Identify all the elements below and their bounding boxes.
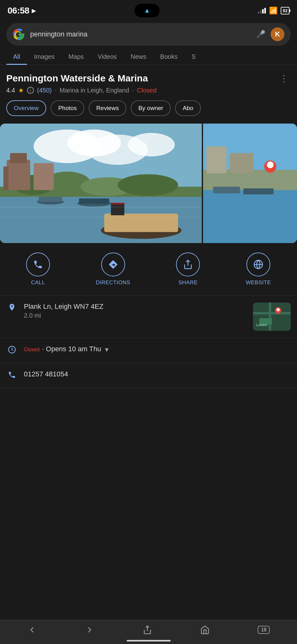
- user-avatar[interactable]: K: [271, 27, 284, 41]
- wifi-icon: 📶: [269, 7, 278, 15]
- location-icon: ▶: [32, 7, 36, 14]
- phone-icon: [6, 371, 18, 381]
- svg-rect-23: [111, 203, 124, 204]
- mic-icon[interactable]: 🎤: [256, 30, 266, 39]
- directions-icon-circle: [101, 253, 125, 276]
- tab-images[interactable]: Images: [27, 49, 62, 65]
- directions-label: DIRECTIONS: [96, 280, 130, 286]
- svg-rect-19: [79, 198, 109, 204]
- svg-point-5: [128, 133, 175, 157]
- status-bar: 06:58 ▶ ▲ 📶 92: [0, 0, 297, 20]
- photo-side[interactable]: [203, 124, 297, 243]
- share-icon: [183, 259, 193, 269]
- svg-rect-29: [206, 146, 226, 173]
- tab-videos[interactable]: Videos: [91, 49, 124, 65]
- share-nav-icon: [143, 625, 152, 635]
- call-icon: [33, 259, 43, 269]
- website-icon-circle: [246, 253, 270, 276]
- svg-rect-13: [10, 153, 27, 163]
- photo-main[interactable]: [0, 124, 202, 243]
- nav-arrow-icon: ▲: [144, 7, 150, 14]
- search-input[interactable]: pennington marina: [30, 30, 251, 38]
- svg-rect-12: [7, 160, 30, 190]
- google-logo: G: [13, 28, 25, 41]
- svg-point-35: [267, 161, 273, 168]
- svg-rect-27: [203, 187, 297, 243]
- tab-all[interactable]: All: [6, 49, 27, 65]
- photos-strip[interactable]: [0, 124, 297, 243]
- phone-number: 01257 481054: [24, 370, 291, 378]
- share-button[interactable]: SHARE: [176, 253, 200, 286]
- address-row[interactable]: Plank Ln, Leigh WN7 4EZ 2.0 mi Lowton: [0, 296, 297, 338]
- svg-rect-32: [243, 188, 273, 194]
- svg-rect-24: [0, 207, 202, 208]
- forward-button[interactable]: [85, 625, 94, 635]
- tab-photos[interactable]: Photos: [51, 100, 84, 116]
- back-icon: [27, 625, 37, 635]
- website-button[interactable]: WEBSITE: [246, 253, 271, 286]
- status-left: 06:58 ▶: [8, 6, 36, 16]
- search-bar[interactable]: G pennington marina 🎤 K: [6, 23, 291, 46]
- svg-text:G: G: [14, 29, 22, 40]
- share-nav-button[interactable]: [143, 625, 152, 635]
- hours-row[interactable]: Closed · Opens 10 am Thu ▼: [0, 338, 297, 363]
- chevron-down-icon[interactable]: ▼: [104, 346, 110, 353]
- back-button[interactable]: [27, 625, 37, 635]
- tab-maps[interactable]: Maps: [62, 49, 91, 65]
- clock-icon: [6, 346, 18, 356]
- website-label: WEBSITE: [246, 280, 271, 286]
- tab-overview[interactable]: Overview: [6, 100, 46, 116]
- battery: 92: [281, 7, 289, 14]
- dynamic-island: ▲: [135, 4, 160, 17]
- pin-icon: [8, 303, 16, 311]
- tab-books[interactable]: Books: [153, 49, 185, 65]
- closed-status: Closed: [24, 347, 40, 353]
- svg-rect-25: [0, 217, 202, 218]
- tab-by-owner[interactable]: By owner: [131, 100, 171, 116]
- phone-content: 01257 481054: [24, 370, 291, 380]
- directions-button[interactable]: DIRECTIONS: [96, 253, 130, 286]
- review-count: (450): [37, 87, 52, 94]
- phone-row[interactable]: 01257 481054: [0, 363, 297, 388]
- tab-news[interactable]: News: [124, 49, 153, 65]
- svg-point-45: [277, 308, 280, 311]
- svg-point-11: [118, 174, 178, 196]
- map-preview: Lowton: [253, 303, 291, 331]
- status-badge: Closed: [137, 87, 157, 94]
- svg-rect-30: [230, 153, 253, 173]
- place-category: Marina in Leigh, England: [60, 87, 129, 94]
- place-name-row: Pennington Waterside & Marina ⋮: [6, 73, 291, 84]
- svg-rect-41: [269, 303, 271, 331]
- tabs-button[interactable]: 18: [258, 626, 270, 634]
- more-options-icon[interactable]: ⋮: [277, 73, 291, 84]
- signal-bars: [258, 8, 266, 14]
- svg-rect-40: [253, 312, 291, 314]
- svg-rect-21: [104, 214, 178, 232]
- search-tabs: All Images Maps Videos News Books S: [0, 49, 297, 65]
- directions-icon: [108, 259, 118, 269]
- share-icon-circle: [176, 253, 200, 276]
- call-button[interactable]: CALL: [26, 253, 50, 286]
- result-card: Pennington Waterside & Marina ⋮ 4.4 ★ i …: [0, 65, 297, 116]
- opens-text: · Opens 10 am Thu: [42, 345, 101, 353]
- address-content: Plank Ln, Leigh WN7 4EZ 2.0 mi: [24, 303, 247, 319]
- tab-reviews[interactable]: Reviews: [89, 100, 126, 116]
- call-icon-circle: [26, 253, 50, 276]
- forward-icon: [85, 625, 94, 635]
- info-icon[interactable]: i: [27, 87, 34, 94]
- map-thumbnail[interactable]: Lowton: [253, 303, 291, 331]
- star-icon: ★: [18, 86, 24, 94]
- hours-content: Closed · Opens 10 am Thu ▼: [24, 345, 291, 354]
- action-buttons: CALL DIRECTIONS SHARE WEBSITE: [0, 243, 297, 296]
- hours-status-row: Closed · Opens 10 am Thu ▼: [24, 345, 291, 354]
- svg-text:Lowton: Lowton: [256, 323, 267, 327]
- tab-about[interactable]: Abo: [175, 100, 201, 116]
- svg-rect-14: [34, 163, 54, 190]
- svg-rect-22: [111, 203, 124, 215]
- tab-more[interactable]: S: [184, 49, 202, 65]
- home-button[interactable]: [200, 625, 210, 635]
- clock-icon-svg: [8, 346, 16, 354]
- call-label: CALL: [31, 280, 45, 286]
- status-time: 06:58: [8, 6, 29, 16]
- place-name: Pennington Waterside & Marina: [6, 73, 277, 84]
